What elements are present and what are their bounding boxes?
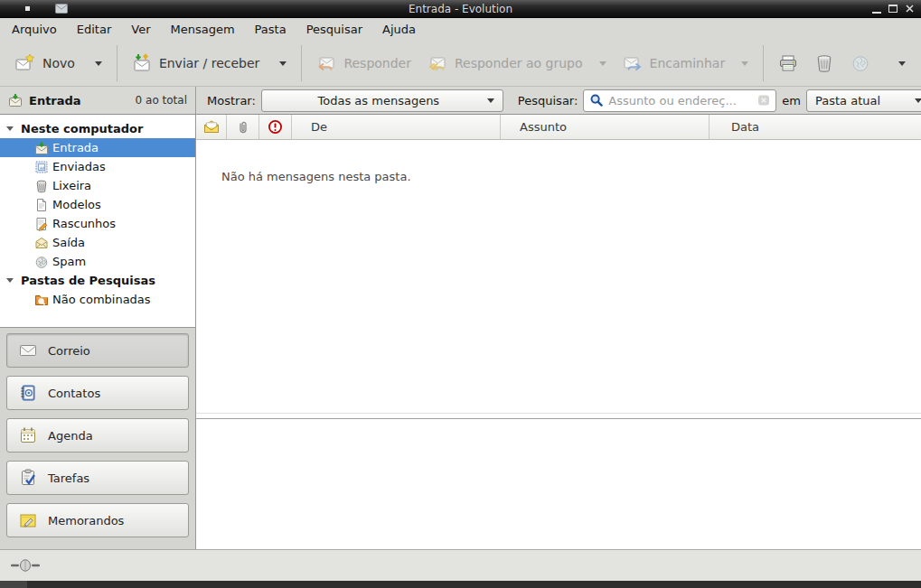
- folder-label: Spam: [52, 255, 86, 268]
- folder-spam[interactable]: Spam: [0, 252, 195, 271]
- folder-saida[interactable]: Saída: [0, 233, 195, 252]
- reply-group-dropdown-arrow-icon[interactable]: [599, 61, 606, 70]
- send-receive-dropdown-arrow-icon[interactable]: [279, 61, 287, 70]
- folder-tree: Neste computador Entrada Enviadas: [0, 115, 195, 327]
- switcher-tarefas-button[interactable]: Tarefas: [6, 461, 189, 495]
- new-mail-icon: [15, 53, 35, 73]
- folder-label: Saída: [52, 236, 85, 249]
- reply-group-label: Responder ao grupo: [455, 56, 583, 70]
- switcher-memorandos-button[interactable]: Memorandos: [6, 503, 189, 537]
- column-label: De: [311, 120, 327, 134]
- expander-icon[interactable]: [6, 278, 14, 283]
- send-receive-button[interactable]: Enviar / receber: [124, 46, 295, 80]
- tasks-icon: [19, 469, 37, 487]
- folder-label: Rascunhos: [52, 217, 116, 230]
- resize-grip[interactable]: [0, 581, 27, 588]
- outbox-icon: [34, 236, 49, 250]
- reply-button[interactable]: Responder: [308, 46, 419, 80]
- print-button[interactable]: [770, 46, 806, 80]
- preview-splitter[interactable]: [196, 413, 921, 419]
- menu-ver[interactable]: Ver: [121, 20, 160, 39]
- templates-icon: [34, 198, 49, 212]
- tree-group-this-computer[interactable]: Neste computador: [0, 119, 195, 138]
- column-label: Data: [731, 120, 759, 134]
- new-dropdown-arrow-icon[interactable]: [95, 61, 102, 70]
- menu-pasta[interactable]: Pasta: [245, 20, 296, 39]
- folder-lixeira[interactable]: Lixeira: [0, 176, 195, 195]
- switcher-label: Agenda: [48, 429, 93, 443]
- menu-editar[interactable]: Editar: [67, 20, 122, 39]
- column-assunto[interactable]: Assunto: [501, 115, 710, 139]
- reply-icon: [316, 53, 336, 73]
- folder-label: Não combinadas: [52, 293, 151, 306]
- view-switcher: Correio Contatos Agenda: [0, 327, 195, 549]
- reply-all-icon: [428, 53, 447, 73]
- window-title: Entrada - Evolution: [0, 3, 921, 15]
- spam-icon: [34, 255, 49, 269]
- folder-label: Entrada: [52, 141, 99, 154]
- folder-label: Lixeira: [52, 179, 91, 192]
- current-folder-name: Entrada: [29, 94, 81, 107]
- column-data[interactable]: Data: [710, 115, 921, 139]
- empty-folder-message: Não há mensagens nesta pasta.: [221, 170, 411, 183]
- message-pane: De Assunto Data Não há mensagens nesta p…: [196, 115, 921, 549]
- toolbar-overflow-icon: [898, 61, 906, 70]
- folder-enviadas[interactable]: Enviadas: [0, 157, 195, 176]
- clear-search-icon[interactable]: [757, 94, 770, 107]
- message-count: 0 ao total: [136, 94, 187, 107]
- junk-button[interactable]: [842, 46, 879, 80]
- switcher-contatos-button[interactable]: Contatos: [6, 376, 189, 410]
- scope-label: em: [782, 94, 801, 107]
- sent-icon: [34, 160, 49, 174]
- folder-nao-combinadas[interactable]: Não combinadas: [0, 290, 195, 309]
- minimize-button[interactable]: [872, 12, 881, 14]
- expander-icon[interactable]: [6, 126, 14, 131]
- new-button-label: Novo: [42, 56, 75, 70]
- forward-button[interactable]: Encaminhar: [615, 46, 757, 80]
- message-filter-dropdown[interactable]: Todas as mensagens: [261, 89, 503, 112]
- column-attachment[interactable]: [227, 115, 259, 139]
- search-folder-icon: [34, 293, 49, 307]
- forward-dropdown-arrow-icon[interactable]: [741, 61, 748, 70]
- menu-mensagem[interactable]: Mensagem: [161, 20, 245, 39]
- folder-modelos[interactable]: Modelos: [0, 195, 195, 214]
- reply-group-button[interactable]: Responder ao grupo: [419, 46, 615, 80]
- folder-sidebar: Neste computador Entrada Enviadas: [0, 115, 196, 549]
- priority-icon: [268, 119, 283, 135]
- switcher-label: Tarefas: [48, 471, 89, 485]
- toolbar-separator: [763, 45, 764, 81]
- maximize-button[interactable]: [888, 5, 898, 13]
- message-filter-value: Todas as mensagens: [270, 94, 487, 107]
- new-button[interactable]: Novo: [7, 46, 110, 80]
- search-scope-value: Pasta atual: [815, 94, 915, 107]
- tree-group-label: Pastas de Pesquisas: [21, 274, 155, 287]
- folder-entrada[interactable]: Entrada: [0, 138, 195, 157]
- switcher-label: Correio: [48, 344, 90, 358]
- online-status-button[interactable]: [11, 558, 40, 573]
- folder-rascunhos[interactable]: Rascunhos: [0, 214, 195, 233]
- toolbar-overflow-button[interactable]: [890, 46, 914, 80]
- contacts-icon: [19, 384, 37, 402]
- close-button[interactable]: [905, 4, 915, 14]
- column-label: Assunto: [520, 120, 567, 134]
- search-input[interactable]: [608, 94, 753, 107]
- menu-pesquisar[interactable]: Pesquisar: [296, 20, 372, 39]
- column-priority[interactable]: [259, 115, 292, 139]
- column-de[interactable]: De: [292, 115, 501, 139]
- tree-group-search-folders[interactable]: Pastas de Pesquisas: [0, 271, 195, 290]
- folder-label: Enviadas: [52, 160, 106, 173]
- menu-ajuda[interactable]: Ajuda: [372, 20, 426, 39]
- message-list: Não há mensagens nesta pasta.: [196, 140, 921, 413]
- switcher-correio-button[interactable]: Correio: [6, 333, 189, 368]
- column-read-status[interactable]: [196, 115, 227, 139]
- search-scope-dropdown[interactable]: Pasta atual: [806, 89, 921, 112]
- print-icon: [778, 53, 798, 73]
- delete-button[interactable]: [806, 46, 842, 80]
- switcher-agenda-button[interactable]: Agenda: [6, 418, 189, 453]
- read-status-icon: [203, 120, 220, 134]
- delete-trash-icon: [814, 53, 834, 73]
- status-bar: [0, 549, 921, 581]
- inbox-icon: [34, 141, 49, 155]
- menu-arquivo[interactable]: Arquivo: [2, 20, 67, 39]
- evolution-window: Entrada - Evolution Arquivo Editar Ver M…: [0, 0, 921, 588]
